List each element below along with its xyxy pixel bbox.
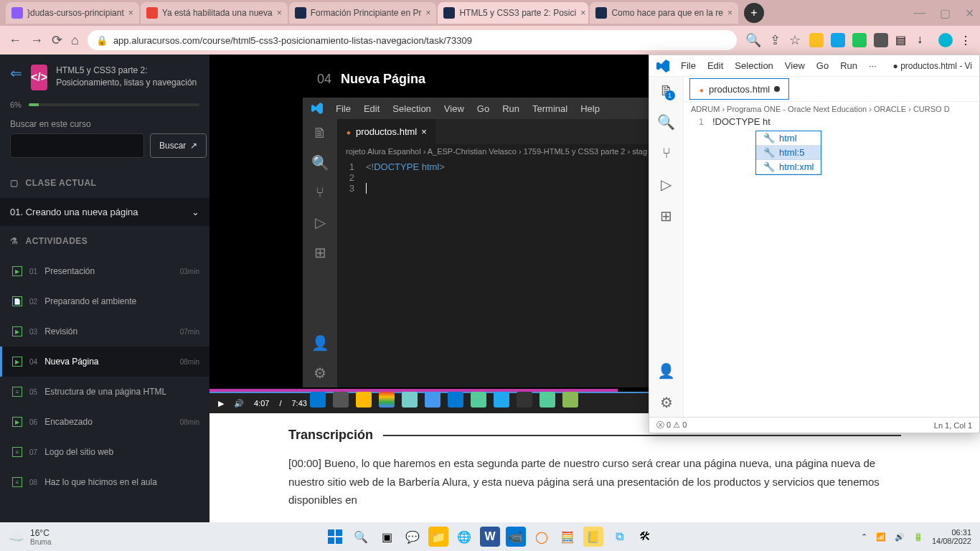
search-icon[interactable]: 🔍 [657,113,675,131]
video-total-time: 7:43 [291,399,306,408]
menu-view[interactable]: View [785,60,805,71]
browser-tab-active[interactable]: HTML5 y CSS3 parte 2: Posici× [438,2,588,24]
sidebar-activity-item[interactable]: 📄02Preparando el ambiente [0,286,209,316]
home-button[interactable]: ⌂ [71,33,79,48]
browser-tab[interactable]: Ya está habilitada una nueva× [141,2,288,24]
sidebar-activity-item[interactable]: ▶03Revisión07min [0,316,209,347]
menu-selection: Selection [392,103,430,114]
browser-tab[interactable]: }dudas-cursos-principiant× [6,2,139,24]
menu-selection[interactable]: Selection [735,60,773,71]
chrome-icon [379,392,395,408]
extension-icon[interactable] [852,33,867,47]
app-icon[interactable]: 🛠 [635,527,655,547]
notes-icon[interactable]: 📒 [583,527,603,547]
menu-go[interactable]: Go [816,60,829,71]
extension-icon[interactable] [831,33,845,47]
close-icon[interactable]: × [128,8,133,18]
chat-icon[interactable]: 💬 [402,527,423,547]
taskbar-icon [402,392,418,408]
app-icon[interactable]: ◯ [532,527,552,547]
window-filename: ● productos.html - Vi [893,61,972,71]
close-icon[interactable]: ✕ [965,6,974,20]
taskbar-icon [517,392,532,408]
breadcrumb[interactable]: ADRUM › Programa ONE - Oracle Next Educa… [684,102,979,116]
transcript-text: [00:00] Bueno, lo que haremos en esta se… [288,454,901,509]
chrome-icon[interactable]: 🌐 [454,527,474,547]
status-cursor-pos[interactable]: Ln 1, Col 1 [934,421,972,430]
menu-file[interactable]: File [681,60,696,71]
vscode-icon[interactable]: ⧉ [609,527,629,547]
account-icon[interactable]: 👤 [657,362,675,380]
extensions-icon[interactable]: ⊞ [660,207,672,225]
suggestion-item[interactable]: 🔧html [756,131,821,146]
sidebar-activity-item[interactable]: ≡05Estructura de una página HTML [0,377,209,407]
favicon-icon [595,7,607,19]
taskbar-weather[interactable]: ☁️ 16°CBruma [9,528,51,546]
downloads-icon[interactable]: ↓ [917,33,931,47]
video-current-time: 4:07 [254,399,269,408]
sidebar-activity-item[interactable]: ≡08Haz lo que hicimos en el aula [0,467,209,497]
search-input[interactable] [10,133,144,158]
wifi-icon[interactable]: 📶 [876,532,886,542]
menu-icon[interactable]: ⋮ [960,34,971,47]
status-problems[interactable]: ⓧ 0 ⚠ 0 [656,420,687,430]
zoom-icon[interactable]: 📹 [506,527,526,547]
menu-overflow-icon[interactable]: ··· [869,60,877,71]
battery-icon[interactable]: 🔋 [913,532,923,542]
menu-edit[interactable]: Edit [707,60,723,71]
reading-list-icon[interactable]: ▤ [895,33,910,47]
forward-button[interactable]: → [30,33,43,48]
close-icon[interactable]: × [277,8,282,18]
clock-date[interactable]: 14/08/2022 [932,537,971,545]
taskbar-icon [356,392,372,408]
maximize-icon[interactable]: ▢ [940,6,951,20]
search-button[interactable]: Buscar ↗ [150,133,207,158]
chevron-up-icon[interactable]: ⌃ [861,532,867,542]
suggestion-item-selected[interactable]: 🔧html:5 [756,146,821,160]
gear-icon[interactable]: ⚙ [660,394,673,411]
files-icon[interactable]: 🗎1 [659,83,674,99]
close-icon[interactable]: × [425,8,430,18]
task-view-icon[interactable]: ▣ [377,527,397,547]
suggestion-item[interactable]: 🔧html:xml [756,160,821,174]
close-icon[interactable]: × [580,8,585,18]
back-button[interactable]: ← [9,33,22,48]
profile-avatar[interactable] [938,33,953,47]
new-tab-button[interactable]: + [744,3,764,23]
explorer-icon[interactable]: 📁 [428,527,448,547]
sidebar-activity-item[interactable]: ▶04Nueva Página08min [0,347,209,377]
vscode-window-overlay[interactable]: File Edit Selection View Go Run ··· ● pr… [649,55,980,433]
code-editor[interactable]: 1!DOCTYPE ht 🔧html 🔧html:5 🔧html:xml [684,116,979,417]
current-lesson-dropdown[interactable]: 01. Creando una nueva página ⌄ [0,198,209,226]
browser-tab[interactable]: Como hace para que en la re× [590,2,738,24]
word-icon[interactable]: W [480,527,500,547]
minimize-icon[interactable]: — [914,6,925,20]
close-icon[interactable]: × [727,8,732,18]
volume-icon[interactable]: 🔊 [895,532,905,542]
start-button[interactable] [325,527,345,547]
puzzle-icon[interactable] [874,33,888,47]
back-arrow-icon[interactable]: ⇐ [10,65,22,82]
url-input[interactable]: 🔒 app.aluracursos.com/course/html5-css3-… [88,30,737,50]
calculator-icon[interactable]: 🧮 [557,527,578,547]
section-header-activities: ⚗ ACTIVIDADES [0,226,209,256]
volume-icon[interactable]: 🔊 [234,399,244,408]
debug-icon[interactable]: ▷ [661,176,672,193]
sidebar-activity-item[interactable]: ≡07Logo del sitio web [0,437,209,467]
zoom-icon[interactable]: 🔍 [745,32,761,48]
extension-icon[interactable] [809,33,824,47]
sidebar-activity-item[interactable]: ▶01Presentación03min [0,256,209,286]
search-icon[interactable]: 🔍 [351,527,371,547]
autocomplete-popup[interactable]: 🔧html 🔧html:5 🔧html:xml [755,131,821,175]
browser-tab[interactable]: Formación Principiante en Pr× [289,2,437,24]
editor-tab[interactable]: ⬥productos.html [689,78,789,100]
sidebar-activity-item[interactable]: ▶06Encabezado08min [0,407,209,437]
editor-tab: ⬥productos.html× [337,119,435,144]
star-icon[interactable]: ☆ [789,32,801,48]
source-control-icon[interactable]: ⑂ [662,145,671,161]
clock-time[interactable]: 06:31 [932,528,971,537]
play-button[interactable]: ▶ [218,399,224,408]
reload-button[interactable]: ⟳ [52,32,62,48]
menu-run[interactable]: Run [840,60,857,71]
share-icon[interactable]: ⇪ [770,32,781,48]
